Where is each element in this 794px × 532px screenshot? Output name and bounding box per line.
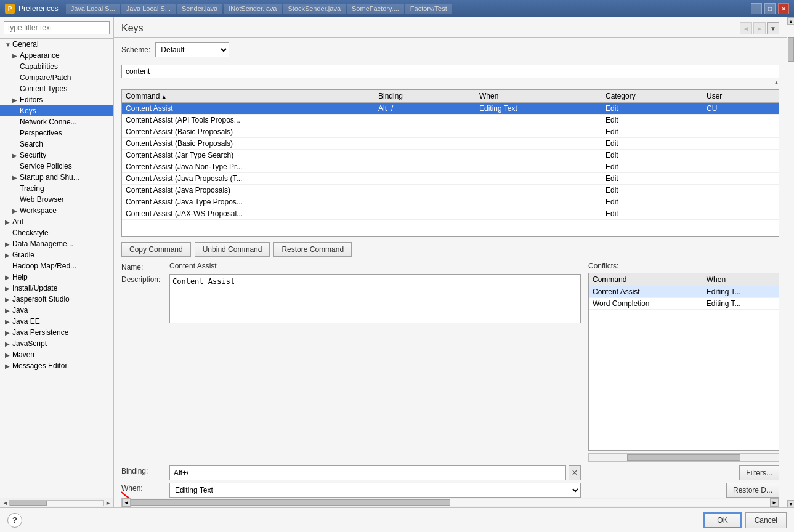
sidebar-item-content-types[interactable]: Content Types [0, 83, 113, 94]
hscroll-right[interactable]: ► [105, 500, 111, 506]
table-row[interactable]: Content Assist (API Tools Propos...Edit [122, 115, 779, 126]
table-row[interactable]: Content Assist (Java Proposals (T...Edit [122, 173, 779, 185]
sidebar-item-hadoop-map[interactable]: Hadoop Map/Red... [0, 260, 113, 272]
maximize-button[interactable]: □ [764, 3, 776, 14]
sidebar-item-compare-patch[interactable]: Compare/Patch [0, 72, 113, 83]
hscroll-thumb[interactable] [10, 501, 47, 506]
col-when[interactable]: When [476, 90, 602, 103]
keys-table-container[interactable]: Command Binding When Category User Conte… [121, 89, 779, 237]
col-category[interactable]: Category [602, 90, 703, 103]
sidebar-item-appearance[interactable]: ▶Appearance [0, 50, 113, 61]
tab-7[interactable]: Factory/Test [405, 4, 452, 14]
sidebar-hscrollbar[interactable]: ◄ ► [0, 498, 113, 507]
copy-command-button[interactable]: Copy Command [121, 242, 191, 257]
table-row[interactable]: Content AssistAlt+/Editing TextEditCU [122, 103, 779, 115]
conflict-row[interactable]: Content AssistEditing T... [589, 286, 779, 298]
sidebar-item-startup-shu[interactable]: ▶Startup and Shu... [0, 172, 113, 183]
tab-3[interactable]: Sender.java [177, 4, 222, 14]
tab-4[interactable]: INotSender.java [224, 4, 282, 14]
conflict-row[interactable]: Word CompletionEditing T... [589, 298, 779, 310]
help-button[interactable]: ? [7, 513, 22, 528]
sidebar-filter-input[interactable] [4, 21, 110, 34]
col-binding[interactable]: Binding [375, 90, 476, 103]
nav-back-button[interactable]: ◄ [740, 22, 752, 34]
bottom-buttons: OK Cancel [703, 512, 787, 528]
tab-6[interactable]: SomeFactory.... [347, 4, 404, 14]
sidebar-item-capabilities[interactable]: Capabilities [0, 61, 113, 72]
conflicts-col-command[interactable]: Command [589, 273, 703, 286]
conflicts-table-container[interactable]: Command When Content AssistEditing T...W… [588, 273, 779, 451]
binding-clear-button[interactable]: × [569, 465, 581, 480]
close-button[interactable]: ✕ [778, 3, 789, 14]
sidebar-item-tracing[interactable]: Tracing [0, 183, 113, 194]
unbind-command-button[interactable]: Unbind Command [195, 242, 270, 257]
sidebar-item-gradle[interactable]: ▶Gradle [0, 249, 113, 260]
sidebar-item-general[interactable]: ▼General [0, 39, 113, 50]
sidebar-item-ant[interactable]: ▶Ant [0, 216, 113, 227]
sidebar-item-messages-editor[interactable]: ▶Messages Editor [0, 360, 113, 371]
description-textarea[interactable]: Content Assist [169, 274, 581, 323]
table-row[interactable]: Content Assist (Java Type Propos...Edit [122, 196, 779, 208]
sidebar-item-java-persistence[interactable]: ▶Java Persistence [0, 327, 113, 338]
binding-input[interactable] [169, 465, 566, 480]
sidebar-item-java-ee[interactable]: ▶Java EE [0, 316, 113, 327]
vscroll-down-btn[interactable]: ▼ [787, 500, 794, 507]
minimize-button[interactable]: _ [751, 3, 762, 14]
conflicts-hscrollbar[interactable] [588, 453, 779, 462]
tab-1[interactable]: Java Local S... [66, 4, 120, 14]
sidebar-item-install-update[interactable]: ▶Install/Update [0, 283, 113, 294]
table-row[interactable]: Content Assist (Basic Proposals)Edit [122, 126, 779, 138]
sidebar-item-workspace[interactable]: ▶Workspace [0, 205, 113, 216]
sidebar-item-network-conn[interactable]: Network Conne... [0, 116, 113, 127]
table-row[interactable]: Content Assist (Jar Type Search)Edit [122, 150, 779, 161]
sidebar-item-service-policies[interactable]: Service Policies [0, 161, 113, 172]
sidebar-item-perspectives[interactable]: Perspectives [0, 127, 113, 139]
sidebar-item-security[interactable]: ▶Security [0, 150, 113, 161]
hscroll-right-btn[interactable]: ► [770, 498, 779, 507]
sidebar-item-web-browser[interactable]: Web Browser [0, 194, 113, 205]
sidebar-item-java[interactable]: ▶Java [0, 305, 113, 316]
sidebar-item-search[interactable]: Search [0, 139, 113, 150]
tree-arrow-java-ee: ▶ [5, 318, 12, 325]
sidebar-item-javascript[interactable]: ▶JavaScript [0, 338, 113, 349]
conflicts-col-when[interactable]: When [703, 273, 779, 286]
sidebar-item-editors[interactable]: ▶Editors [0, 94, 113, 105]
cancel-button[interactable]: Cancel [745, 512, 787, 528]
filters-button[interactable]: Filters... [739, 465, 779, 480]
col-command[interactable]: Command [122, 90, 375, 103]
hscroll-left-btn[interactable]: ◄ [122, 498, 131, 507]
keys-filter-input[interactable] [121, 65, 779, 78]
scheme-select[interactable]: Default [155, 42, 229, 57]
tab-5[interactable]: StockSender.java [283, 4, 346, 14]
tree-container[interactable]: ▼General▶AppearanceCapabilitiesCompare/P… [0, 39, 113, 498]
hscroll-left[interactable]: ◄ [2, 500, 8, 506]
cell-when [476, 150, 602, 161]
restore-command-button[interactable]: Restore Command [273, 242, 352, 257]
table-row[interactable]: Content Assist (Java Non-Type Pr...Edit [122, 161, 779, 173]
tree-arrow-workspace: ▶ [12, 208, 20, 214]
tree-arrow-install-update: ▶ [5, 285, 12, 292]
hscroll-thumb[interactable] [131, 499, 450, 506]
vscroll-up-btn[interactable]: ▲ [787, 17, 794, 25]
ok-button[interactable]: OK [703, 512, 741, 528]
nav-forward-button[interactable]: ► [753, 22, 766, 34]
table-hscrollbar[interactable]: ◄ ► [121, 498, 779, 507]
tab-2[interactable]: Java Local S... [121, 4, 176, 14]
when-select[interactable]: Editing TextIn WindowsIn Dialogs and Win… [169, 483, 581, 498]
table-row[interactable]: Content Assist (JAX-WS Proposal...Edit [122, 208, 779, 220]
right-vscrollbar[interactable]: ▲ ▼ [787, 17, 794, 507]
table-row[interactable]: Content Assist (Java Proposals)Edit [122, 185, 779, 196]
vscroll-thumb[interactable] [788, 37, 794, 62]
table-row[interactable]: Content Assist (Basic Proposals)Edit [122, 138, 779, 150]
restore-defaults-button[interactable]: Restore D... [726, 483, 779, 498]
cell-binding [375, 173, 476, 185]
sidebar-item-jaspersoft[interactable]: ▶Jaspersoft Studio [0, 294, 113, 305]
sidebar-item-help[interactable]: ▶Help [0, 272, 113, 283]
hscroll-track[interactable] [131, 499, 770, 506]
sidebar-item-data-mgmt[interactable]: ▶Data Manageme... [0, 238, 113, 249]
sidebar-item-keys[interactable]: Keys [0, 105, 113, 116]
sidebar-item-maven[interactable]: ▶Maven [0, 349, 113, 360]
nav-down-button[interactable]: ▼ [767, 22, 779, 34]
sidebar-item-checkstyle[interactable]: Checkstyle [0, 227, 113, 238]
col-user[interactable]: User [703, 90, 779, 103]
